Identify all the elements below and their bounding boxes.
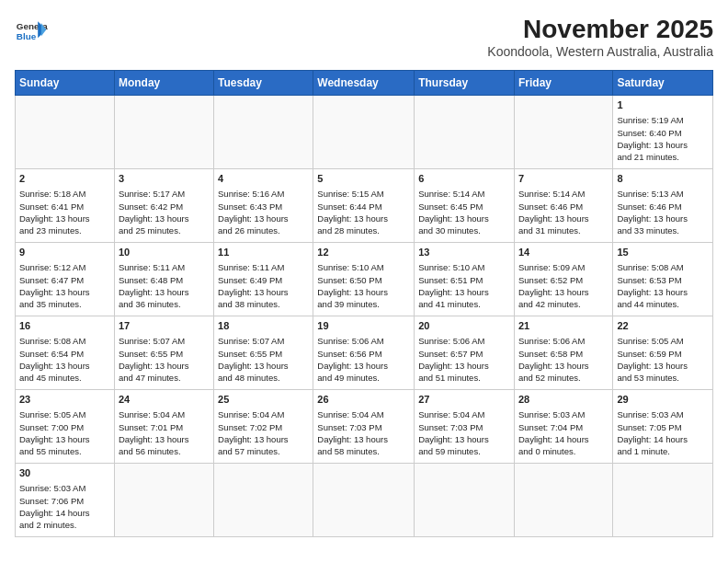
cell-info: Sunset: 6:45 PM [418,201,510,213]
col-friday: Friday [514,71,612,96]
cell-info: Daylight: 13 hours [119,433,210,445]
cell-info: and 48 minutes. [218,372,309,384]
cell-info: Daylight: 13 hours [218,286,309,298]
cell-info: and 1 minute. [617,445,709,457]
cell-info: Sunrise: 5:16 AM [218,188,309,200]
cell-info: and 38 minutes. [218,298,309,310]
cell-info: Sunset: 6:50 PM [317,274,410,286]
cell-info: Sunrise: 5:10 AM [418,261,510,273]
cell-info: Sunrise: 5:15 AM [317,188,410,200]
cell-info: Daylight: 13 hours [317,433,410,445]
cell-info: Daylight: 13 hours [617,360,709,372]
calendar-body: 1Sunrise: 5:19 AMSunset: 6:40 PMDaylight… [16,96,713,537]
cell-info: Sunrise: 5:06 AM [518,335,609,347]
cell-info: Sunset: 6:44 PM [317,201,410,213]
cell-info: Sunset: 6:58 PM [518,348,609,360]
cell-info: Daylight: 13 hours [418,213,510,224]
day-number: 30 [19,466,110,480]
cell-info: and 21 minutes. [617,151,709,163]
cell-info: and 51 minutes. [418,372,510,384]
calendar-cell: 2Sunrise: 5:18 AMSunset: 6:41 PMDaylight… [16,169,115,243]
header-row: Sunday Monday Tuesday Wednesday Thursday… [16,71,713,96]
cell-info: Sunset: 6:52 PM [518,274,609,286]
calendar-cell: 12Sunrise: 5:10 AMSunset: 6:50 PMDayligh… [313,243,415,316]
cell-info: Daylight: 14 hours [518,433,609,445]
cell-info: and 30 minutes. [418,224,510,236]
cell-info: Daylight: 13 hours [418,286,510,298]
cell-info: Daylight: 13 hours [617,286,709,298]
cell-info: Daylight: 13 hours [19,213,110,224]
page-header: General Blue November 2025 Koondoola, We… [15,15,713,59]
day-number: 27 [418,393,510,407]
calendar-cell: 28Sunrise: 5:03 AMSunset: 7:04 PMDayligh… [514,390,612,464]
day-number: 29 [617,393,709,407]
calendar-cell: 23Sunrise: 5:05 AMSunset: 7:00 PMDayligh… [16,390,115,464]
day-number: 21 [518,319,609,333]
day-number: 23 [19,393,110,407]
cell-info: and 59 minutes. [418,445,510,457]
calendar-cell: 13Sunrise: 5:10 AMSunset: 6:51 PMDayligh… [415,243,515,316]
calendar-cell: 17Sunrise: 5:07 AMSunset: 6:55 PMDayligh… [114,316,213,390]
day-number: 13 [418,246,510,259]
col-tuesday: Tuesday [214,71,313,96]
cell-info: Sunset: 7:00 PM [19,421,110,433]
calendar-cell [415,464,515,537]
cell-info: Daylight: 13 hours [19,360,110,372]
cell-info: Sunrise: 5:04 AM [218,408,309,420]
cell-info: Daylight: 13 hours [317,213,410,224]
day-number: 28 [518,393,609,407]
col-sunday: Sunday [16,71,115,96]
calendar-cell: 19Sunrise: 5:06 AMSunset: 6:56 PMDayligh… [313,316,415,390]
cell-info: Sunset: 6:41 PM [19,201,110,213]
cell-info: Sunset: 6:43 PM [218,201,309,213]
cell-info: Sunrise: 5:13 AM [617,188,709,200]
cell-info: Sunrise: 5:11 AM [218,261,309,273]
calendar-cell [514,96,612,169]
cell-info: Sunrise: 5:03 AM [518,408,609,420]
calendar-week-3: 16Sunrise: 5:08 AMSunset: 6:54 PMDayligh… [16,316,713,390]
cell-info: Sunrise: 5:09 AM [518,261,609,273]
col-monday: Monday [114,71,213,96]
cell-info: Sunrise: 5:08 AM [617,261,709,273]
cell-info: Sunset: 6:55 PM [119,348,210,360]
cell-info: and 57 minutes. [218,445,309,457]
cell-info: and 26 minutes. [218,224,309,236]
calendar-cell: 22Sunrise: 5:05 AMSunset: 6:59 PMDayligh… [613,316,713,390]
cell-info: and 35 minutes. [19,298,110,310]
day-number: 8 [617,172,709,186]
cell-info: Sunrise: 5:07 AM [119,335,210,347]
cell-info: Daylight: 13 hours [218,360,309,372]
calendar-cell: 30Sunrise: 5:03 AMSunset: 7:06 PMDayligh… [16,464,115,537]
cell-info: Daylight: 13 hours [19,286,110,298]
day-number: 26 [317,393,410,407]
cell-info: Sunrise: 5:07 AM [218,335,309,347]
day-number: 10 [119,246,210,259]
cell-info: Daylight: 14 hours [19,507,110,519]
cell-info: Sunset: 6:42 PM [119,201,210,213]
calendar-cell [613,464,713,537]
calendar-cell: 18Sunrise: 5:07 AMSunset: 6:55 PMDayligh… [214,316,313,390]
col-saturday: Saturday [613,71,713,96]
calendar-cell [514,464,612,537]
day-number: 5 [317,172,410,186]
cell-info: Sunset: 7:01 PM [119,421,210,433]
cell-info: Sunset: 7:03 PM [418,421,510,433]
cell-info: and 25 minutes. [119,224,210,236]
cell-info: Sunrise: 5:04 AM [119,408,210,420]
cell-info: Sunrise: 5:11 AM [119,261,210,273]
calendar-subtitle: Koondoola, Western Australia, Australia [487,44,713,59]
day-number: 9 [19,246,110,259]
cell-info: Sunrise: 5:12 AM [19,261,110,273]
cell-info: and 44 minutes. [617,298,709,310]
cell-info: and 39 minutes. [317,298,410,310]
cell-info: and 55 minutes. [19,445,110,457]
cell-info: Sunrise: 5:03 AM [617,408,709,420]
cell-info: Sunrise: 5:14 AM [518,188,609,200]
cell-info: Sunset: 6:47 PM [19,274,110,286]
cell-info: Daylight: 14 hours [617,433,709,445]
calendar-cell [415,96,515,169]
day-number: 1 [617,98,709,112]
calendar-cell: 14Sunrise: 5:09 AMSunset: 6:52 PMDayligh… [514,243,612,316]
cell-info: Sunset: 6:56 PM [317,348,410,360]
cell-info: and 33 minutes. [617,224,709,236]
